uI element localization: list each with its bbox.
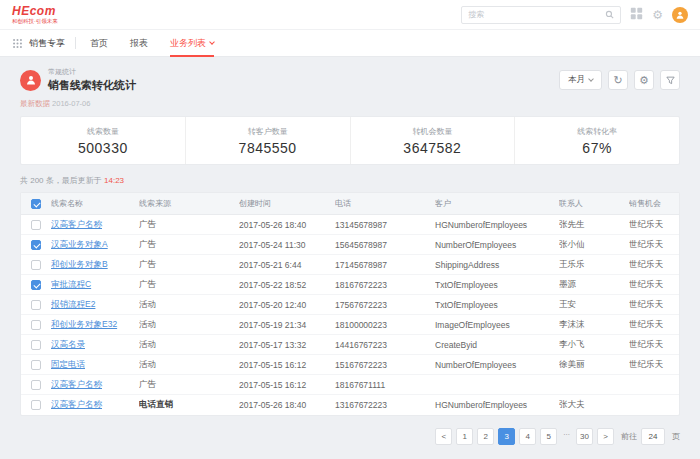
lead-name-link[interactable]: 和创业务对象B bbox=[51, 259, 139, 271]
search-icon[interactable] bbox=[605, 10, 620, 19]
row-checkbox[interactable] bbox=[31, 300, 41, 310]
phone-number: 15167672223 bbox=[335, 360, 435, 370]
logo-text: HEcom bbox=[12, 5, 58, 18]
phone-number: 18167672223 bbox=[335, 280, 435, 290]
table-row: 汉高客户名称广告2017-05-26 18:4013145678987HGNum… bbox=[21, 215, 679, 235]
sales-opportunity: 世纪乐天 bbox=[629, 359, 679, 371]
goto-page-input[interactable] bbox=[641, 428, 665, 445]
row-checkbox[interactable] bbox=[31, 240, 41, 250]
page-button[interactable]: 5 bbox=[540, 428, 557, 445]
refresh-button[interactable]: ↻ bbox=[608, 70, 628, 90]
page-button[interactable]: 30 bbox=[576, 428, 593, 445]
page-button[interactable]: 3 bbox=[498, 428, 515, 445]
row-checkbox[interactable] bbox=[31, 360, 41, 370]
filter-button[interactable] bbox=[660, 70, 680, 90]
lead-source: 广告 bbox=[139, 279, 239, 291]
sales-opportunity: 世纪乐天 bbox=[629, 239, 679, 251]
sales-opportunity: 世纪乐天 bbox=[629, 299, 679, 311]
table-row: 汉高业务对象A广告2017-05-24 11:3015645678987Numb… bbox=[21, 235, 679, 255]
contact-name: 李沫沫 bbox=[559, 319, 629, 331]
column-header: 客户 bbox=[435, 198, 559, 209]
row-checkbox[interactable] bbox=[31, 400, 41, 410]
lead-source: 广告 bbox=[139, 219, 239, 231]
page-numbers: 12345...30 bbox=[456, 428, 593, 445]
created-time: 2017-05-21 6:44 bbox=[239, 260, 335, 270]
lead-name-link[interactable]: 审批流程C bbox=[51, 279, 139, 291]
customer-name: ShippingAddress bbox=[435, 260, 559, 270]
row-checkbox[interactable] bbox=[31, 340, 41, 350]
stat-value: 7845550 bbox=[239, 140, 297, 156]
search-input[interactable] bbox=[462, 10, 605, 19]
row-checkbox[interactable] bbox=[31, 280, 41, 290]
customer-name: TxtOfEmployees bbox=[435, 280, 559, 290]
customer-name: NumberOfEmployees bbox=[435, 360, 559, 370]
settings-button[interactable]: ⚙ bbox=[634, 70, 654, 90]
lead-name-link[interactable]: 汉高业务对象A bbox=[51, 239, 139, 251]
page-button[interactable]: 2 bbox=[477, 428, 494, 445]
nav-item-reports[interactable]: 报表 bbox=[130, 30, 148, 57]
header-actions: 本月 ↻ ⚙ bbox=[559, 70, 680, 90]
table-row: 审批流程C广告2017-05-22 18:5218167672223TxtOfE… bbox=[21, 275, 679, 295]
lead-name-link[interactable]: 和创业务对象E32 bbox=[51, 319, 139, 331]
apps-grid-icon[interactable] bbox=[630, 7, 643, 22]
latest-data-line: 最新数据 2016-07-06 bbox=[20, 99, 680, 109]
table-row: 报销流程E2活动2017-05-20 12:4017567672223TxtOf… bbox=[21, 295, 679, 315]
customer-name: TxtOfEmployees bbox=[435, 300, 559, 310]
phone-number: 13167672223 bbox=[335, 400, 435, 410]
gear-icon[interactable]: ⚙ bbox=[652, 9, 663, 21]
lead-source: 活动 bbox=[139, 319, 239, 331]
user-avatar[interactable] bbox=[672, 7, 688, 23]
select-all-checkbox[interactable] bbox=[31, 199, 41, 209]
table-row: 和创业务对象E32活动2017-05-19 21:3418100000223Im… bbox=[21, 315, 679, 335]
contact-name: 张先生 bbox=[559, 219, 629, 231]
row-checkbox[interactable] bbox=[31, 320, 41, 330]
created-time: 2017-05-22 18:52 bbox=[239, 280, 335, 290]
logo: HEcom 和创科技·引领未来 bbox=[12, 5, 58, 24]
contact-name: 王乐乐 bbox=[559, 259, 629, 271]
lead-name-link[interactable]: 汉高名录 bbox=[51, 339, 139, 351]
workspace-name: 销售专享 bbox=[29, 37, 65, 50]
latest-data-label: 最新数据 bbox=[20, 99, 50, 108]
chevron-down-icon bbox=[209, 39, 215, 45]
nav-item-home[interactable]: 首页 bbox=[90, 30, 108, 57]
stat-conversion-rate: 线索转化率 67% bbox=[514, 117, 679, 164]
stat-label: 线索转化率 bbox=[577, 126, 617, 137]
lead-name-link[interactable]: 固定电话 bbox=[51, 359, 139, 371]
customer-name: ImageOfEmployees bbox=[435, 320, 559, 330]
menu-grid-icon[interactable] bbox=[12, 38, 23, 49]
search-box[interactable] bbox=[461, 6, 621, 24]
divider bbox=[75, 37, 76, 49]
row-checkbox[interactable] bbox=[31, 260, 41, 270]
row-checkbox[interactable] bbox=[31, 380, 41, 390]
next-page-button[interactable]: > bbox=[597, 428, 614, 445]
pagination: < 12345...30 > 前往 页 bbox=[20, 428, 680, 445]
goto-label: 前往 bbox=[621, 431, 637, 442]
phone-number: 17567672223 bbox=[335, 300, 435, 310]
contact-name: 张小仙 bbox=[559, 239, 629, 251]
lead-source: 活动 bbox=[139, 359, 239, 371]
column-header: 销售机会 bbox=[629, 198, 679, 209]
page-header: 常规统计 销售线索转化统计 本月 ↻ ⚙ bbox=[20, 67, 680, 93]
period-select[interactable]: 本月 bbox=[559, 70, 602, 90]
lead-source: 活动 bbox=[139, 299, 239, 311]
row-checkbox[interactable] bbox=[31, 220, 41, 230]
lead-name-link[interactable]: 汉高客户名称 bbox=[51, 219, 139, 231]
table-body: 汉高客户名称广告2017-05-26 18:4013145678987HGNum… bbox=[21, 215, 679, 415]
column-header: 创建时间 bbox=[239, 198, 335, 209]
stat-label: 转机会数量 bbox=[412, 126, 452, 137]
page-button[interactable]: 4 bbox=[519, 428, 536, 445]
report-title-block: 常规统计 销售线索转化统计 bbox=[20, 67, 136, 93]
stat-customers: 转客户数量 7845550 bbox=[185, 117, 350, 164]
topbar: HEcom 和创科技·引领未来 ⚙ bbox=[0, 0, 700, 30]
phone-number: 15645678987 bbox=[335, 240, 435, 250]
lead-name-link[interactable]: 汉高客户名称 bbox=[51, 379, 139, 391]
lead-name-link[interactable]: 汉高客户名称 bbox=[51, 399, 139, 411]
column-header: 线索名称 bbox=[51, 198, 139, 209]
stat-opportunities: 转机会数量 3647582 bbox=[350, 117, 515, 164]
prev-page-button[interactable]: < bbox=[435, 428, 452, 445]
page-button[interactable]: 1 bbox=[456, 428, 473, 445]
sales-opportunity: 世纪乐天 bbox=[629, 219, 679, 231]
table-row: 和创业务对象B广告2017-05-21 6:4417145678987Shipp… bbox=[21, 255, 679, 275]
lead-name-link[interactable]: 报销流程E2 bbox=[51, 299, 139, 311]
nav-item-business-list[interactable]: 业务列表 bbox=[170, 30, 214, 57]
